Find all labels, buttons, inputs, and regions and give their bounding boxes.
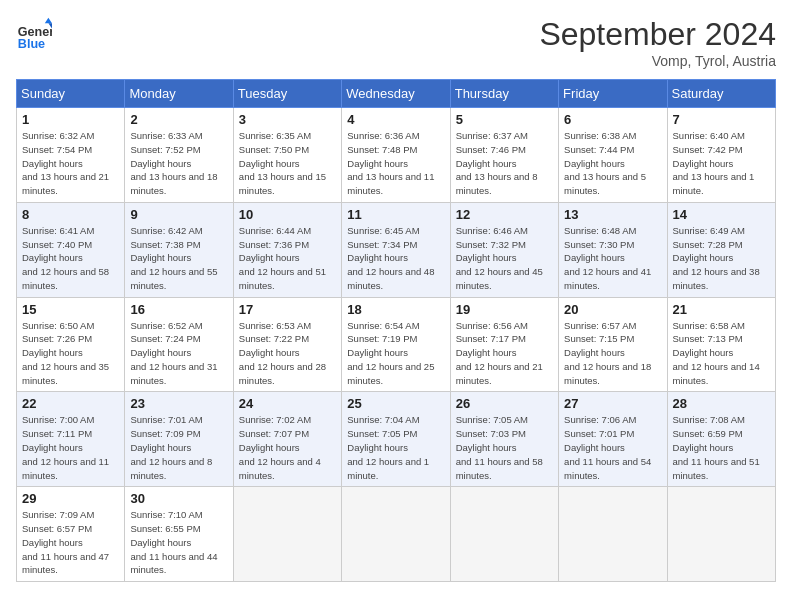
calendar-cell: 13 Sunrise: 6:48 AMSunset: 7:30 PMDaylig… [559,202,667,297]
day-number: 25 [347,396,444,411]
day-detail: Sunrise: 6:36 AMSunset: 7:48 PMDaylight … [347,129,444,198]
day-detail: Sunrise: 6:58 AMSunset: 7:13 PMDaylight … [673,319,770,388]
day-detail: Sunrise: 6:46 AMSunset: 7:32 PMDaylight … [456,224,553,293]
calendar-header-row: SundayMondayTuesdayWednesdayThursdayFrid… [17,80,776,108]
calendar-cell: 8 Sunrise: 6:41 AMSunset: 7:40 PMDayligh… [17,202,125,297]
day-detail: Sunrise: 6:32 AMSunset: 7:54 PMDaylight … [22,129,119,198]
col-header-wednesday: Wednesday [342,80,450,108]
calendar-week-5: 29 Sunrise: 7:09 AMSunset: 6:57 PMDaylig… [17,487,776,582]
day-detail: Sunrise: 6:35 AMSunset: 7:50 PMDaylight … [239,129,336,198]
col-header-saturday: Saturday [667,80,775,108]
page-header: General Blue September 2024 Vomp, Tyrol,… [16,16,776,69]
calendar-cell: 6 Sunrise: 6:38 AMSunset: 7:44 PMDayligh… [559,108,667,203]
calendar-cell: 4 Sunrise: 6:36 AMSunset: 7:48 PMDayligh… [342,108,450,203]
calendar-cell [559,487,667,582]
day-number: 22 [22,396,119,411]
calendar-cell: 16 Sunrise: 6:52 AMSunset: 7:24 PMDaylig… [125,297,233,392]
month-title: September 2024 [539,16,776,53]
day-number: 29 [22,491,119,506]
day-detail: Sunrise: 7:00 AMSunset: 7:11 PMDaylight … [22,413,119,482]
calendar-cell: 14 Sunrise: 6:49 AMSunset: 7:28 PMDaylig… [667,202,775,297]
calendar-cell [342,487,450,582]
calendar-cell: 1 Sunrise: 6:32 AMSunset: 7:54 PMDayligh… [17,108,125,203]
col-header-tuesday: Tuesday [233,80,341,108]
calendar-week-1: 1 Sunrise: 6:32 AMSunset: 7:54 PMDayligh… [17,108,776,203]
calendar-cell: 5 Sunrise: 6:37 AMSunset: 7:46 PMDayligh… [450,108,558,203]
day-number: 4 [347,112,444,127]
day-detail: Sunrise: 6:50 AMSunset: 7:26 PMDaylight … [22,319,119,388]
calendar-cell: 30 Sunrise: 7:10 AMSunset: 6:55 PMDaylig… [125,487,233,582]
calendar-cell: 27 Sunrise: 7:06 AMSunset: 7:01 PMDaylig… [559,392,667,487]
day-number: 3 [239,112,336,127]
calendar-cell: 17 Sunrise: 6:53 AMSunset: 7:22 PMDaylig… [233,297,341,392]
calendar-week-2: 8 Sunrise: 6:41 AMSunset: 7:40 PMDayligh… [17,202,776,297]
calendar-cell: 11 Sunrise: 6:45 AMSunset: 7:34 PMDaylig… [342,202,450,297]
day-detail: Sunrise: 6:56 AMSunset: 7:17 PMDaylight … [456,319,553,388]
logo-icon: General Blue [16,16,52,52]
day-number: 24 [239,396,336,411]
calendar-cell: 20 Sunrise: 6:57 AMSunset: 7:15 PMDaylig… [559,297,667,392]
logo: General Blue [16,16,52,52]
day-number: 19 [456,302,553,317]
location-subtitle: Vomp, Tyrol, Austria [539,53,776,69]
day-number: 23 [130,396,227,411]
day-number: 11 [347,207,444,222]
day-detail: Sunrise: 7:08 AMSunset: 6:59 PMDaylight … [673,413,770,482]
calendar-week-3: 15 Sunrise: 6:50 AMSunset: 7:26 PMDaylig… [17,297,776,392]
day-number: 21 [673,302,770,317]
calendar-cell: 25 Sunrise: 7:04 AMSunset: 7:05 PMDaylig… [342,392,450,487]
day-number: 2 [130,112,227,127]
day-number: 20 [564,302,661,317]
day-detail: Sunrise: 6:37 AMSunset: 7:46 PMDaylight … [456,129,553,198]
day-detail: Sunrise: 7:04 AMSunset: 7:05 PMDaylight … [347,413,444,482]
day-number: 18 [347,302,444,317]
day-detail: Sunrise: 7:09 AMSunset: 6:57 PMDaylight … [22,508,119,577]
day-detail: Sunrise: 6:45 AMSunset: 7:34 PMDaylight … [347,224,444,293]
calendar-cell: 2 Sunrise: 6:33 AMSunset: 7:52 PMDayligh… [125,108,233,203]
day-detail: Sunrise: 7:05 AMSunset: 7:03 PMDaylight … [456,413,553,482]
day-detail: Sunrise: 6:57 AMSunset: 7:15 PMDaylight … [564,319,661,388]
day-detail: Sunrise: 6:48 AMSunset: 7:30 PMDaylight … [564,224,661,293]
day-number: 6 [564,112,661,127]
svg-text:Blue: Blue [18,37,45,51]
day-detail: Sunrise: 6:42 AMSunset: 7:38 PMDaylight … [130,224,227,293]
calendar-week-4: 22 Sunrise: 7:00 AMSunset: 7:11 PMDaylig… [17,392,776,487]
calendar-cell: 21 Sunrise: 6:58 AMSunset: 7:13 PMDaylig… [667,297,775,392]
title-block: September 2024 Vomp, Tyrol, Austria [539,16,776,69]
day-number: 1 [22,112,119,127]
calendar-cell: 10 Sunrise: 6:44 AMSunset: 7:36 PMDaylig… [233,202,341,297]
day-detail: Sunrise: 6:44 AMSunset: 7:36 PMDaylight … [239,224,336,293]
calendar-cell [233,487,341,582]
day-number: 17 [239,302,336,317]
calendar-cell: 18 Sunrise: 6:54 AMSunset: 7:19 PMDaylig… [342,297,450,392]
day-detail: Sunrise: 6:52 AMSunset: 7:24 PMDaylight … [130,319,227,388]
day-number: 28 [673,396,770,411]
calendar-cell: 19 Sunrise: 6:56 AMSunset: 7:17 PMDaylig… [450,297,558,392]
day-number: 14 [673,207,770,222]
day-detail: Sunrise: 7:10 AMSunset: 6:55 PMDaylight … [130,508,227,577]
calendar-cell: 15 Sunrise: 6:50 AMSunset: 7:26 PMDaylig… [17,297,125,392]
day-number: 9 [130,207,227,222]
calendar-cell: 23 Sunrise: 7:01 AMSunset: 7:09 PMDaylig… [125,392,233,487]
day-detail: Sunrise: 6:53 AMSunset: 7:22 PMDaylight … [239,319,336,388]
day-number: 30 [130,491,227,506]
calendar-cell: 12 Sunrise: 6:46 AMSunset: 7:32 PMDaylig… [450,202,558,297]
calendar-cell [667,487,775,582]
svg-marker-2 [45,18,52,23]
day-detail: Sunrise: 6:54 AMSunset: 7:19 PMDaylight … [347,319,444,388]
day-number: 10 [239,207,336,222]
day-number: 16 [130,302,227,317]
day-number: 15 [22,302,119,317]
col-header-thursday: Thursday [450,80,558,108]
day-number: 8 [22,207,119,222]
calendar-cell: 24 Sunrise: 7:02 AMSunset: 7:07 PMDaylig… [233,392,341,487]
day-number: 12 [456,207,553,222]
col-header-sunday: Sunday [17,80,125,108]
day-detail: Sunrise: 6:33 AMSunset: 7:52 PMDaylight … [130,129,227,198]
day-detail: Sunrise: 7:02 AMSunset: 7:07 PMDaylight … [239,413,336,482]
calendar-cell: 9 Sunrise: 6:42 AMSunset: 7:38 PMDayligh… [125,202,233,297]
calendar-cell: 3 Sunrise: 6:35 AMSunset: 7:50 PMDayligh… [233,108,341,203]
day-detail: Sunrise: 6:49 AMSunset: 7:28 PMDaylight … [673,224,770,293]
calendar-cell [450,487,558,582]
day-number: 27 [564,396,661,411]
